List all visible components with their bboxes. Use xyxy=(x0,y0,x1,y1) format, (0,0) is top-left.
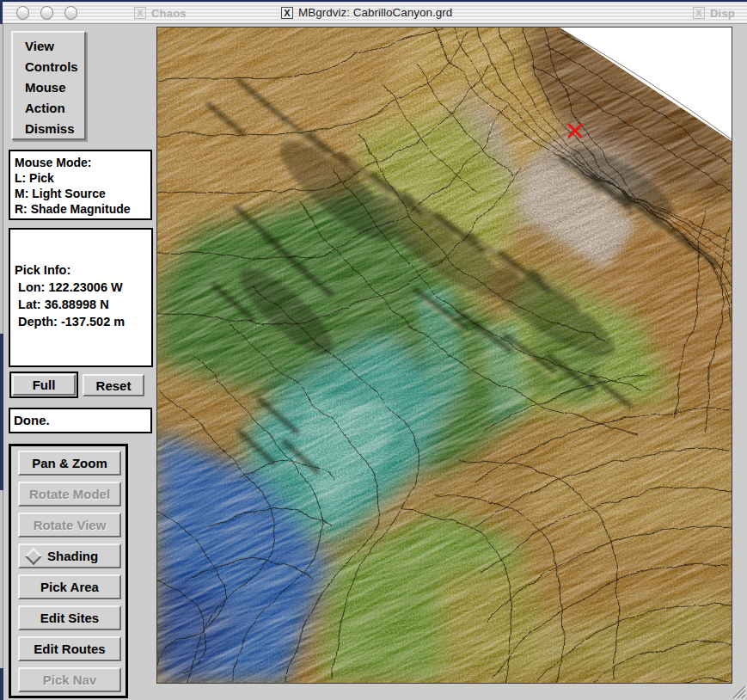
mouse-mode-title: Mouse Mode: xyxy=(15,155,150,170)
reset-button[interactable]: Reset xyxy=(83,374,144,396)
x11-icon: X xyxy=(281,7,293,19)
edit-sites-button[interactable]: Edit Sites xyxy=(18,605,121,630)
background-window-edge xyxy=(0,668,3,700)
shading-toggle-button[interactable]: Shading xyxy=(18,543,121,568)
pick-info-title: Pick Info: xyxy=(15,261,151,279)
window-title-text: MBgrdviz: CabrilloCanyon.grd xyxy=(298,6,452,19)
background-window-label: Disp xyxy=(710,7,735,20)
resize-grip-icon xyxy=(731,684,747,700)
map-canvas[interactable] xyxy=(156,27,732,684)
edit-routes-button[interactable]: Edit Routes xyxy=(18,636,121,661)
window-title: X MBgrdviz: CabrilloCanyon.grd xyxy=(281,3,452,22)
window-zoom-button[interactable] xyxy=(64,6,77,20)
background-window-title-right[interactable]: X Disp xyxy=(693,3,735,22)
menu-panel: View Controls Mouse Action Dismiss xyxy=(11,31,86,140)
full-button[interactable]: Full xyxy=(12,374,76,396)
pick-info-lon: Lon: 122.23006 W xyxy=(15,279,151,296)
pick-info-box: Pick Info: Lon: 122.23006 W Lat: 36.8899… xyxy=(9,228,153,367)
titlebar: X Chaos X MBgrdviz: CabrilloCanyon.grd X… xyxy=(0,0,747,24)
mouse-mode-right: R: Shade Magnitude xyxy=(15,201,150,217)
rotate-model-button: Rotate Model xyxy=(18,482,121,507)
screen-edge-strip xyxy=(0,0,747,2)
toggle-diamond-icon xyxy=(25,548,42,565)
background-window-label: Chaos xyxy=(151,7,187,20)
pick-info-lat: Lat: 36.88998 N xyxy=(15,296,151,313)
pan-zoom-button[interactable]: Pan & Zoom xyxy=(18,451,121,476)
full-button-default-ring: Full xyxy=(9,371,78,398)
pick-nav-button: Pick Nav xyxy=(18,667,121,692)
window-minimize-button[interactable] xyxy=(40,6,53,20)
menu-item-mouse[interactable]: Mouse xyxy=(25,77,84,98)
status-text: Done. xyxy=(14,413,50,427)
background-window-title-left[interactable]: X Chaos xyxy=(134,3,187,22)
status-box: Done. xyxy=(9,408,152,433)
rotate-view-button: Rotate View xyxy=(18,513,121,537)
mouse-mode-box: Mouse Mode:L: PickM: Light SourceR: Shad… xyxy=(9,150,152,220)
x11-icon: X xyxy=(134,7,146,19)
menu-item-controls[interactable]: Controls xyxy=(25,57,84,77)
resize-grip[interactable] xyxy=(731,684,747,700)
menu-item-action[interactable]: Action xyxy=(25,98,84,119)
menu-item-view[interactable]: View xyxy=(25,36,84,57)
screen-edge-strip xyxy=(0,0,3,24)
map-relief xyxy=(157,28,732,683)
control-panel: Pan & Zoom Rotate Model Rotate View Shad… xyxy=(9,444,128,698)
shading-label: Shading xyxy=(47,549,98,563)
mouse-mode-left: L: Pick xyxy=(15,170,150,186)
window-close-button[interactable] xyxy=(16,6,29,20)
menu-item-dismiss[interactable]: Dismiss xyxy=(25,119,84,139)
pick-info-depth: Depth: -137.502 m xyxy=(15,313,151,330)
mouse-mode-middle: M: Light Source xyxy=(15,186,150,201)
background-window-edge xyxy=(0,334,3,490)
x11-icon: X xyxy=(693,7,705,19)
pick-area-button[interactable]: Pick Area xyxy=(18,574,121,599)
